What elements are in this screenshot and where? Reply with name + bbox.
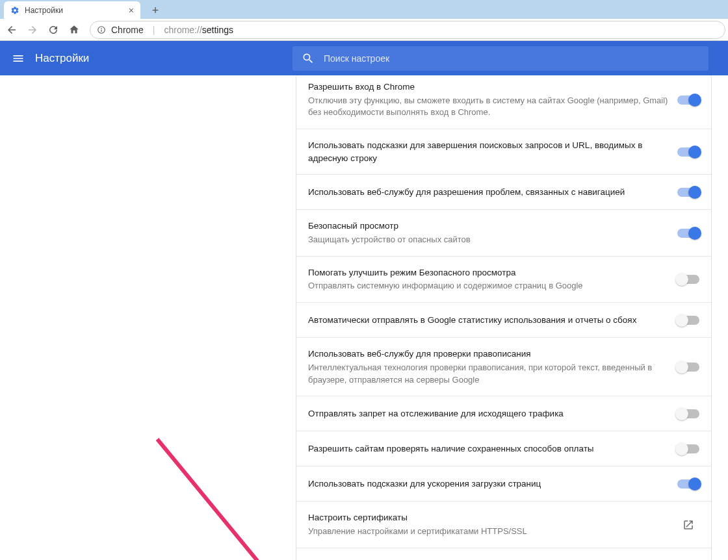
row-text: Использовать подсказки для завершения по… xyxy=(308,139,668,164)
browser-toolbar: Chrome | chrome://settings xyxy=(0,19,728,41)
svg-point-1 xyxy=(101,27,102,29)
settings-row: Отправлять запрет на отслеживание для ис… xyxy=(296,396,711,431)
row-title: Использовать веб-службу для проверки пра… xyxy=(308,348,668,361)
row-title: Автоматически отправлять в Google статис… xyxy=(308,314,668,327)
row-text: Использовать веб-службу для разрешения п… xyxy=(308,186,668,199)
tab-bar: Настройки × + xyxy=(0,0,728,19)
row-text: Помогать улучшить режим Безопасного прос… xyxy=(308,266,668,292)
settings-row: Использовать подсказки для ускорения заг… xyxy=(296,466,711,502)
row-title: Использовать подсказки для ускорения заг… xyxy=(308,477,668,490)
search-icon xyxy=(302,52,315,65)
settings-row: Автоматически отправлять в Google статис… xyxy=(296,303,711,338)
url-browser: Chrome xyxy=(111,25,144,35)
row-text: Безопасный просмотрЗащищать устройство о… xyxy=(308,220,668,246)
external-link-icon[interactable] xyxy=(677,519,699,531)
settings-row: Помогать улучшить режим Безопасного прос… xyxy=(296,257,711,303)
page-title: Настройки xyxy=(35,52,89,65)
settings-row: Использовать веб-службу для разрешения п… xyxy=(296,175,711,210)
home-button[interactable] xyxy=(65,21,83,39)
row-subtitle: Управление настройками и сертификатами H… xyxy=(308,526,668,538)
toggle-switch[interactable] xyxy=(677,479,699,489)
row-title: Разрешить сайтам проверять наличие сохра… xyxy=(308,442,668,455)
settings-search[interactable] xyxy=(292,46,708,71)
row-text: Разрешить вход в ChromeОтключив эту функ… xyxy=(308,81,668,119)
settings-row[interactable]: Настроить сертификатыУправление настройк… xyxy=(296,502,711,548)
svg-line-3 xyxy=(157,439,290,560)
toggle-switch[interactable] xyxy=(677,147,699,157)
row-subtitle: Интеллектуальная технология проверки пра… xyxy=(308,362,668,387)
tab-title: Настройки xyxy=(25,6,124,15)
toggle-switch[interactable] xyxy=(677,229,699,238)
row-text: Настроить сертификатыУправление настройк… xyxy=(308,511,668,537)
row-subtitle: Отключив эту функцию, вы сможете входить… xyxy=(308,95,668,120)
row-text: Отправлять запрет на отслеживание для ис… xyxy=(308,407,668,420)
settings-row: Использовать веб-службу для проверки пра… xyxy=(296,338,711,396)
reload-button[interactable] xyxy=(44,21,62,39)
settings-content: Разрешить вход в ChromeОтключив эту функ… xyxy=(0,75,728,560)
row-text: Использовать веб-службу для проверки пра… xyxy=(308,348,668,386)
search-input[interactable] xyxy=(324,53,699,64)
row-title: Помогать улучшить режим Безопасного прос… xyxy=(308,266,668,279)
settings-row: Безопасный просмотрЗащищать устройство о… xyxy=(296,210,711,256)
toggle-switch[interactable] xyxy=(677,363,699,372)
row-subtitle: Отправлять системную информацию и содерж… xyxy=(308,280,668,292)
settings-row: Использовать подсказки для завершения по… xyxy=(296,129,711,175)
row-subtitle: Защищать устройство от опасных сайтов xyxy=(308,234,668,246)
annotation-arrow xyxy=(153,437,296,560)
row-title: Разрешить вход в Chrome xyxy=(308,81,668,94)
toggle-switch[interactable] xyxy=(677,316,699,325)
new-tab-button[interactable]: + xyxy=(147,3,164,18)
url-path: settings xyxy=(202,25,233,35)
browser-tab[interactable]: Настройки × xyxy=(4,1,140,19)
settings-gear-icon xyxy=(10,6,20,15)
toggle-switch[interactable] xyxy=(677,275,699,284)
row-title: Использовать подсказки для завершения по… xyxy=(308,139,668,164)
row-title: Использовать веб-службу для разрешения п… xyxy=(308,186,668,199)
settings-row: Разрешить сайтам проверять наличие сохра… xyxy=(296,431,711,466)
close-icon[interactable]: × xyxy=(129,5,134,16)
settings-row[interactable]: Настройки контентаВыбрать, какие данные … xyxy=(296,548,711,560)
forward-button[interactable] xyxy=(23,21,42,39)
back-button[interactable] xyxy=(3,21,21,39)
toggle-switch[interactable] xyxy=(677,95,699,105)
url-scheme: chrome:// xyxy=(164,25,202,35)
row-title: Отправлять запрет на отслеживание для ис… xyxy=(308,407,668,420)
toggle-switch[interactable] xyxy=(677,444,699,453)
privacy-panel: Разрешить вход в ChromeОтключив эту функ… xyxy=(296,75,712,560)
page-info-icon[interactable] xyxy=(97,25,106,34)
address-bar[interactable]: Chrome | chrome://settings xyxy=(90,21,725,39)
row-title: Безопасный просмотр xyxy=(308,220,668,233)
svg-rect-2 xyxy=(101,29,101,32)
row-title: Настроить сертификаты xyxy=(308,511,668,524)
row-text: Использовать подсказки для ускорения заг… xyxy=(308,477,668,490)
row-text: Разрешить сайтам проверять наличие сохра… xyxy=(308,442,668,455)
settings-app: Настройки Разрешить вход в ChromeОтключи… xyxy=(0,41,728,560)
app-header: Настройки xyxy=(0,41,728,75)
toggle-switch[interactable] xyxy=(677,409,699,418)
toggle-switch[interactable] xyxy=(677,188,699,197)
menu-button[interactable] xyxy=(6,47,30,70)
settings-row: Разрешить вход в ChromeОтключив эту функ… xyxy=(296,75,711,129)
row-text: Автоматически отправлять в Google статис… xyxy=(308,314,668,327)
